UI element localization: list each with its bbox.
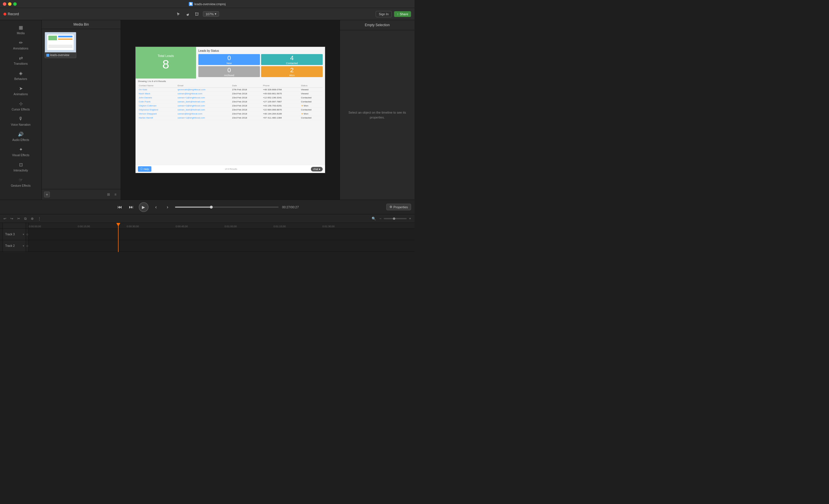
properties-hint: Select an object on the timeline to see … bbox=[349, 110, 406, 120]
share-button[interactable]: ↑ Share bbox=[394, 11, 411, 17]
window-title: 📄 leads-overview.cmproj bbox=[189, 2, 226, 6]
total-leads-label: Total Leads bbox=[158, 54, 174, 57]
track2-collapse-icon[interactable]: ▾ bbox=[23, 244, 24, 247]
file-icon: 📄 bbox=[189, 2, 193, 6]
track-icons-col: ⊙ ⊙ ⊙ bbox=[26, 223, 29, 252]
play-button[interactable]: ▶ bbox=[139, 202, 148, 212]
audio-effects-icon: 🔊 bbox=[17, 131, 24, 137]
leads-status-grid: 0 New 4 Contacted 0 Archived bbox=[198, 54, 323, 77]
leads-table-body: Ori Kiddqevemahi@brightlocal.com27th Feb… bbox=[138, 88, 323, 120]
total-leads-card: Total Leads 8 bbox=[136, 47, 196, 79]
cell-status: Contacted bbox=[300, 108, 323, 112]
sidebar-item-voice-narration[interactable]: 🎙 Voice Narration bbox=[0, 113, 41, 128]
status-contacted-label: Contacted bbox=[286, 62, 298, 65]
scrubber-handle[interactable] bbox=[210, 206, 213, 208]
cell-status: ★ Won bbox=[300, 112, 323, 116]
table-row: Ori Kiddqevemahi@brightlocal.com27th Feb… bbox=[138, 88, 323, 92]
sidebar-item-interactivity[interactable]: ⊡ Interactivity bbox=[0, 159, 41, 174]
cell-status: Contacted bbox=[300, 96, 323, 100]
visual-effects-icon: ✦ bbox=[17, 146, 24, 152]
cell-phone: +48 326-668-0784 bbox=[262, 88, 300, 92]
track2-label: Track 2 ▾ bbox=[3, 240, 26, 252]
track-expand-col bbox=[0, 223, 3, 252]
sidebar-item-gesture-effects[interactable]: ☞ Gesture Effects bbox=[0, 174, 41, 190]
sidebar-item-audio-effects[interactable]: 🔊 Audio Effects bbox=[0, 128, 41, 144]
add-media-button[interactable]: + bbox=[44, 192, 50, 197]
ruler-mark-3: 0:00:45;00 bbox=[176, 225, 188, 228]
track2-row bbox=[29, 240, 414, 252]
help-button[interactable]: ⓘ Help bbox=[138, 166, 151, 172]
zoom-out-button[interactable]: 🔍 bbox=[370, 216, 377, 221]
cell-contact-name: Nash Mack bbox=[138, 92, 177, 96]
redo-button[interactable]: ↪ bbox=[9, 216, 14, 221]
record-indicator bbox=[3, 13, 6, 15]
sign-in-button[interactable]: Sign In bbox=[375, 11, 392, 17]
cell-email: usman+1@brightlocal.com bbox=[177, 96, 231, 100]
cell-contact-name: Vernon Sheppard bbox=[138, 112, 177, 116]
properties-content: Select an object on the timeline to see … bbox=[340, 30, 414, 200]
chat-button[interactable]: chat ● bbox=[311, 167, 323, 171]
cell-email: usman@brightlocal.com bbox=[177, 112, 231, 116]
media-bin-content: leads-overview bbox=[42, 29, 120, 189]
track2-icon: ⊙ bbox=[26, 240, 29, 252]
cell-status: Contacted bbox=[300, 116, 323, 120]
table-row: John Danielsusman+1@brightlocal.com23rd … bbox=[138, 96, 323, 100]
select-tool-icon[interactable] bbox=[175, 11, 182, 17]
zoom-slider-handle[interactable] bbox=[393, 218, 395, 220]
properties-panel-button[interactable]: ⚙ Properties bbox=[386, 204, 411, 210]
split-button[interactable]: ⋮ bbox=[37, 216, 42, 221]
timeline-content: Track 3 ▾ Track 2 ▾ Track 1 ▾ ⊙ ⊙ ⊙ 0:00… bbox=[0, 223, 414, 252]
status-new-value: 0 bbox=[227, 54, 231, 62]
toolbar-left: Record bbox=[3, 12, 19, 16]
sidebar-item-annotations[interactable]: ✏ Annotations bbox=[0, 37, 41, 52]
close-button[interactable] bbox=[3, 2, 6, 6]
crop-tool-icon[interactable] bbox=[194, 11, 200, 17]
properties-panel: Empty Selection Select an object on the … bbox=[340, 20, 414, 200]
track3-row bbox=[29, 229, 414, 240]
minimize-button[interactable] bbox=[8, 2, 11, 6]
cut-button[interactable]: ✂ bbox=[16, 216, 21, 221]
maximize-button[interactable] bbox=[13, 2, 17, 6]
cell-status: Contacted bbox=[300, 100, 323, 104]
copy-button[interactable]: ⧉ bbox=[23, 216, 28, 221]
zoom-display[interactable]: 107% ▾ bbox=[203, 11, 219, 17]
record-button[interactable]: Record bbox=[3, 12, 19, 16]
sidebar-item-transitions[interactable]: ⇄ Transitions bbox=[0, 52, 41, 68]
next-frame-button[interactable]: › bbox=[164, 203, 172, 211]
media-icon: ▦ bbox=[17, 24, 24, 31]
sidebar-item-cursor-effects[interactable]: ⊹ Cursor Effects bbox=[0, 98, 41, 113]
ruler-mark-5: 0:01:15;00 bbox=[274, 225, 286, 228]
sidebar-item-behaviors[interactable]: ◈ Behaviors bbox=[0, 68, 41, 83]
timeline: ↩ ↪ ✂ ⧉ ⊕ ⋮ 🔍 − + Track 3 ▾ bbox=[0, 214, 414, 252]
undo-button[interactable]: ↩ bbox=[2, 216, 7, 221]
timeline-playhead[interactable] bbox=[118, 223, 118, 252]
grid-view-button[interactable]: ⊞ bbox=[106, 192, 111, 197]
footer-results: of 8 Results bbox=[225, 168, 237, 170]
table-row: Harlan Harrellusman+1@brightlocal.com23r… bbox=[138, 116, 323, 120]
zoom-minus-button[interactable]: − bbox=[378, 216, 383, 221]
sidebar-item-visual-effects[interactable]: ✦ Visual Effects bbox=[0, 144, 41, 159]
sidebar: ▦ Media ✏ Annotations ⇄ Transitions ◈ Be… bbox=[0, 20, 42, 200]
track-labels: Track 3 ▾ Track 2 ▾ Track 1 ▾ bbox=[3, 223, 26, 252]
hand-tool-icon[interactable] bbox=[184, 11, 191, 17]
prev-frame-button[interactable]: ‹ bbox=[152, 203, 160, 211]
paste-button[interactable]: ⊕ bbox=[30, 216, 35, 221]
media-item-leads-overview[interactable]: leads-overview bbox=[45, 32, 76, 58]
transitions-icon: ⇄ bbox=[17, 55, 24, 61]
zoom-plus-button[interactable]: + bbox=[408, 216, 412, 221]
step-forward-button[interactable]: ⏭ bbox=[127, 203, 135, 211]
step-back-button[interactable]: ⏮ bbox=[116, 203, 124, 211]
sidebar-item-animations[interactable]: ➤ Animations bbox=[0, 83, 41, 98]
sidebar-item-media[interactable]: ▦ Media bbox=[0, 22, 41, 37]
playback-scrubber[interactable] bbox=[175, 206, 279, 208]
leads-by-status-section: Leads by Status 0 New 4 Contacted bbox=[196, 47, 325, 79]
list-view-button[interactable]: ≡ bbox=[113, 192, 118, 197]
leads-table: Contact Name Email Date Phone Status Ori… bbox=[138, 84, 323, 120]
scrubber-fill bbox=[175, 206, 211, 208]
canvas: Total Leads 8 Leads by Status 0 New 4 bbox=[135, 47, 325, 173]
zoom-control: 🔍 − + bbox=[370, 216, 412, 221]
total-leads-value: 8 bbox=[163, 57, 169, 71]
track3-collapse-icon[interactable]: ▾ bbox=[23, 233, 24, 236]
interactivity-icon: ⊡ bbox=[17, 161, 24, 168]
zoom-slider[interactable] bbox=[384, 218, 407, 219]
